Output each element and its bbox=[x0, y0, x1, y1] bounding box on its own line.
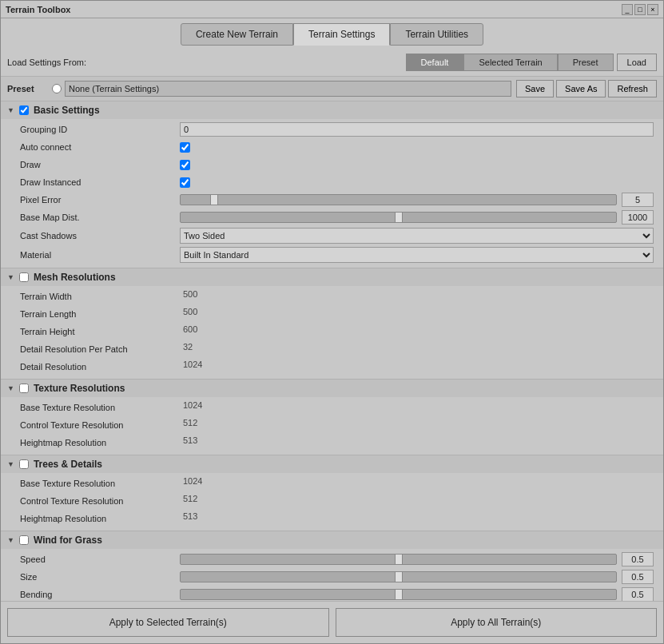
field-grouping-id: Grouping ID bbox=[1, 121, 663, 138]
load-tab-default[interactable]: Default bbox=[406, 54, 464, 71]
pixel-error-display: 5 bbox=[622, 193, 654, 207]
detail-res-per-patch-value: 32 bbox=[180, 342, 654, 356]
pixel-error-value: 5 bbox=[180, 193, 654, 207]
texture-resolutions-checkbox[interactable] bbox=[19, 384, 29, 393]
preset-bar: Preset Save Save As Refresh bbox=[1, 77, 663, 101]
draw-label: Draw bbox=[20, 160, 180, 169]
grouping-id-input[interactable] bbox=[180, 122, 654, 137]
basic-settings-checkbox[interactable] bbox=[19, 105, 29, 115]
field-terrain-height: Terrain Height 600 bbox=[1, 323, 663, 340]
preset-radio[interactable] bbox=[52, 84, 62, 93]
terrain-length-label: Terrain Length bbox=[20, 309, 180, 319]
field-control-texture-res: Control Texture Resolution 512 bbox=[1, 416, 663, 434]
material-select[interactable]: Built In Standard bbox=[180, 247, 654, 263]
title-bar-controls: _ □ × bbox=[622, 4, 658, 15]
speed-slider[interactable] bbox=[180, 554, 617, 565]
field-terrain-length: Terrain Length 500 bbox=[1, 305, 663, 323]
save-button[interactable]: Save bbox=[516, 80, 554, 97]
arrow-icon-trees: ▼ bbox=[7, 460, 14, 468]
section-header-trees[interactable]: ▼ Trees & Details bbox=[1, 455, 663, 473]
content-area: Load Settings From: Default Selected Ter… bbox=[1, 49, 663, 643]
size-value: 0.5 bbox=[180, 570, 654, 584]
section-title-trees: Trees & Details bbox=[34, 459, 102, 470]
tab-terrain-settings[interactable]: Terrain Settings bbox=[293, 23, 390, 46]
bending-label: Bending bbox=[20, 590, 180, 599]
field-auto-connect: Auto connect bbox=[1, 138, 663, 156]
field-detail-resolution: Detail Resolution 1024 bbox=[1, 358, 663, 376]
tab-create-new-terrain[interactable]: Create New Terrain bbox=[181, 23, 293, 46]
title-bar: Terrain Toolbox _ □ × bbox=[1, 1, 663, 18]
draw-instanced-label: Draw Instanced bbox=[20, 177, 180, 187]
bending-display: 0.5 bbox=[622, 587, 654, 601]
load-settings-label: Load Settings From: bbox=[7, 58, 86, 67]
heightmap-res-value: 513 bbox=[180, 435, 654, 450]
trees-control-texture-res-value: 512 bbox=[180, 494, 654, 508]
bottom-bar: Apply to Selected Terrain(s) Apply to Al… bbox=[1, 601, 663, 643]
auto-connect-label: Auto connect bbox=[20, 142, 180, 152]
trees-control-texture-res-display: 512 bbox=[180, 494, 654, 508]
field-pixel-error: Pixel Error 5 bbox=[1, 191, 663, 209]
terrain-height-label: Terrain Height bbox=[20, 327, 180, 336]
load-button[interactable]: Load bbox=[617, 54, 657, 71]
arrow-icon: ▼ bbox=[7, 106, 14, 114]
section-header-texture[interactable]: ▼ Texture Resolutions bbox=[1, 380, 663, 397]
size-slider[interactable] bbox=[180, 571, 617, 582]
trees-base-texture-res-value: 1024 bbox=[180, 476, 654, 491]
maximize-button[interactable]: □ bbox=[634, 4, 646, 15]
draw-instanced-checkbox[interactable] bbox=[180, 177, 190, 188]
grouping-id-value bbox=[180, 122, 654, 137]
base-texture-res-display: 1024 bbox=[180, 400, 654, 415]
section-body-wind: Speed 0.5 Size 0.5 Ben bbox=[1, 549, 663, 601]
detail-resolution-display: 1024 bbox=[180, 360, 654, 374]
pixel-error-slider[interactable] bbox=[180, 194, 617, 205]
main-window: Terrain Toolbox _ □ × Create New Terrain… bbox=[0, 0, 664, 644]
bending-value: 0.5 bbox=[180, 587, 654, 601]
section-body-trees: Base Texture Resolution 1024 Control Tex… bbox=[1, 473, 663, 531]
terrain-height-display: 600 bbox=[180, 324, 654, 339]
preset-text-input[interactable] bbox=[65, 81, 511, 97]
section-header-wind[interactable]: ▼ Wind for Grass bbox=[1, 531, 663, 549]
bending-slider[interactable] bbox=[180, 589, 617, 600]
preset-label: Preset bbox=[7, 84, 47, 93]
cast-shadows-value: Two Sided One Sided Off bbox=[180, 228, 654, 244]
speed-value: 0.5 bbox=[180, 552, 654, 566]
refresh-button[interactable]: Refresh bbox=[608, 80, 657, 97]
base-map-dist-display: 1000 bbox=[622, 210, 654, 225]
mesh-resolutions-checkbox[interactable] bbox=[19, 272, 29, 282]
grouping-id-label: Grouping ID bbox=[20, 125, 180, 134]
detail-resolution-value: 1024 bbox=[180, 360, 654, 374]
tab-bar: Create New Terrain Terrain Settings Terr… bbox=[1, 18, 663, 49]
field-detail-res-per-patch: Detail Resolution Per Patch 32 bbox=[1, 340, 663, 358]
field-terrain-width: Terrain Width 500 bbox=[1, 288, 663, 305]
field-cast-shadows: Cast Shadows Two Sided One Sided Off bbox=[1, 226, 663, 245]
terrain-width-label: Terrain Width bbox=[20, 292, 180, 301]
load-btn-group: Default Selected Terrain Preset Load bbox=[406, 54, 657, 71]
auto-connect-value bbox=[180, 142, 654, 153]
wind-grass-checkbox[interactable] bbox=[19, 535, 29, 545]
terrain-height-value: 600 bbox=[180, 324, 654, 339]
save-as-button[interactable]: Save As bbox=[556, 80, 606, 97]
close-button[interactable]: × bbox=[647, 4, 658, 15]
auto-connect-checkbox[interactable] bbox=[180, 142, 190, 153]
load-tab-preset[interactable]: Preset bbox=[558, 54, 614, 71]
field-base-texture-res: Base Texture Resolution 1024 bbox=[1, 399, 663, 416]
trees-details-checkbox[interactable] bbox=[19, 459, 29, 469]
control-texture-res-display: 512 bbox=[180, 418, 654, 432]
minimize-button[interactable]: _ bbox=[622, 4, 633, 15]
base-map-dist-slider[interactable] bbox=[180, 212, 617, 223]
cast-shadows-select[interactable]: Two Sided One Sided Off bbox=[180, 228, 654, 244]
section-body-texture: Base Texture Resolution 1024 Control Tex… bbox=[1, 397, 663, 455]
material-label: Material bbox=[20, 250, 180, 260]
apply-selected-button[interactable]: Apply to Selected Terrain(s) bbox=[7, 608, 329, 637]
base-texture-res-value: 1024 bbox=[180, 400, 654, 415]
draw-checkbox[interactable] bbox=[180, 160, 190, 170]
apply-all-button[interactable]: Apply to All Terrain(s) bbox=[336, 608, 658, 637]
tab-terrain-utilities[interactable]: Terrain Utilities bbox=[390, 23, 483, 46]
section-header-basic[interactable]: ▼ Basic Settings bbox=[1, 101, 663, 119]
load-tab-selected-terrain[interactable]: Selected Terrain bbox=[463, 54, 557, 71]
section-title-texture: Texture Resolutions bbox=[34, 383, 125, 394]
base-map-dist-label: Base Map Dist. bbox=[20, 213, 180, 222]
section-wind-grass: ▼ Wind for Grass Speed 0.5 Size bbox=[1, 531, 663, 601]
section-header-mesh[interactable]: ▼ Mesh Resolutions bbox=[1, 268, 663, 286]
field-speed: Speed 0.5 bbox=[1, 551, 663, 568]
